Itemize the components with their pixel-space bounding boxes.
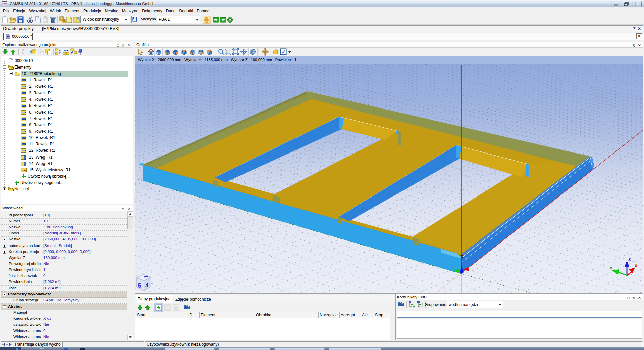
svg-text:Y: Y bbox=[67, 49, 69, 52]
svg-text:X: X bbox=[59, 49, 61, 52]
svg-text:z: z bbox=[74, 49, 76, 52]
svg-text:Z: Z bbox=[628, 257, 631, 262]
svg-text:X: X bbox=[635, 264, 637, 268]
svg-text:Y: Y bbox=[610, 266, 612, 271]
svg-text:ABC: ABC bbox=[22, 169, 27, 172]
svg-text:5: 5 bbox=[138, 282, 141, 289]
svg-text:x: x bbox=[421, 305, 423, 308]
svg-text:4: 4 bbox=[145, 282, 149, 289]
